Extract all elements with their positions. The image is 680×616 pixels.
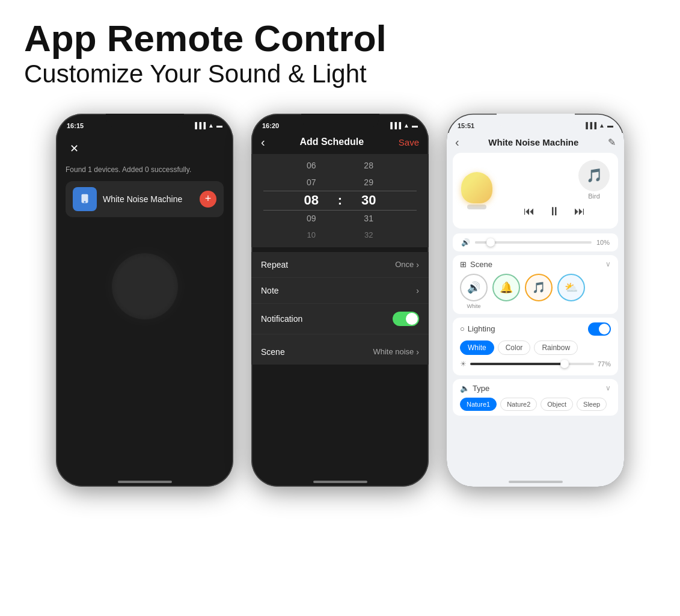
lighting-toggle-knob (599, 324, 610, 334)
battery-icon-3: ▬ (607, 122, 613, 129)
scene-3-circle: 🎵 (525, 274, 553, 301)
main-subtitle: Customize Your Sound & Light (24, 59, 656, 89)
prev-button[interactable]: ⏮ (521, 203, 538, 220)
min-33: 33 (345, 244, 393, 247)
selector-line-top (263, 191, 417, 191)
hour-10: 10 (287, 227, 335, 244)
found-text: Found 1 devices. Added 0 successfully. (66, 165, 224, 174)
brightness-icon: ☀ (460, 360, 467, 368)
min-31: 31 (345, 210, 393, 227)
repeat-value: Once › (395, 260, 419, 270)
scene-4[interactable]: ⛅ (557, 274, 585, 309)
close-button[interactable]: ✕ (66, 140, 82, 157)
time-divider: : (338, 192, 342, 208)
schedule-save-button[interactable]: Save (399, 137, 419, 147)
light-white-button[interactable]: White (460, 340, 494, 355)
wifi-icon-3: ▲ (599, 122, 605, 129)
wn-edit-button[interactable]: ✎ (608, 137, 616, 148)
volume-slider[interactable] (475, 241, 592, 244)
min-30: 30 (345, 191, 393, 210)
scene-white-circle: 🔊 (460, 274, 488, 301)
lighting-label-wrap: ○ Lighting (460, 324, 495, 333)
min-29: 29 (345, 174, 393, 191)
status-time-3: 15:51 (458, 122, 474, 129)
wn-header: ‹ White Noise Machine ✎ (447, 133, 624, 153)
schedule-content: ‹ Add Schedule Save 05 06 07 08 09 10 11… (251, 133, 429, 487)
device-row[interactable]: White Noise Machine + (66, 181, 224, 217)
hour-07: 07 (287, 174, 335, 191)
light-mode-buttons: White Color Rainbow (460, 340, 611, 355)
volume-thumb (486, 238, 495, 247)
type-header: 🔈 Type ∨ (460, 384, 611, 393)
brightness-fill (470, 363, 563, 365)
lamp-icon (461, 172, 492, 203)
lighting-circle-icon: ○ (460, 324, 465, 333)
scene-label: Scene (261, 347, 285, 357)
scene-section-title: ⊞ Scene (460, 260, 492, 269)
type-sleep[interactable]: Sleep (577, 398, 607, 411)
scene-section-chevron[interactable]: ∨ (605, 260, 611, 268)
schedule-title: Add Schedule (299, 137, 364, 147)
device-circle (112, 253, 178, 319)
time-picker[interactable]: 05 06 07 08 09 10 11 : 27 28 29 30 31 32… (251, 154, 429, 247)
brightness-row: ☀ 77% (460, 360, 611, 368)
schedule-back-button[interactable]: ‹ (261, 135, 265, 149)
sound-icon: 🎵 (578, 160, 610, 191)
scene-3[interactable]: 🎵 (525, 274, 553, 309)
type-nature2[interactable]: Nature2 (500, 398, 537, 411)
status-icons-3: ▐▐▐ ▲ ▬ (584, 122, 613, 129)
wn-content: ‹ White Noise Machine ✎ 🎵 Bird (447, 133, 624, 487)
note-label: Note (261, 286, 279, 295)
light-color-button[interactable]: Color (498, 340, 531, 355)
pause-button[interactable]: ⏸ (545, 202, 564, 221)
signal-icon: ▐▐▐ (193, 122, 206, 129)
device-list-content: ✕ Found 1 devices. Added 0 successfully.… (56, 133, 233, 327)
player-right: 🎵 Bird ⏮ ⏸ ⏭ (498, 160, 610, 221)
schedule-header: ‹ Add Schedule Save (251, 133, 429, 154)
type-nature1[interactable]: Nature1 (460, 398, 497, 411)
home-indicator-2 (313, 481, 367, 483)
playback-controls: ⏮ ⏸ ⏭ (498, 202, 610, 221)
notification-row[interactable]: Notification (251, 304, 429, 334)
type-object[interactable]: Object (541, 398, 573, 411)
home-indicator-3 (509, 481, 563, 483)
brightness-thumb (560, 360, 569, 368)
repeat-chevron: › (416, 260, 419, 270)
main-title: App Remote Control (24, 18, 656, 59)
note-row[interactable]: Note › (251, 278, 429, 304)
scene-row[interactable]: Scene White noise › (251, 339, 429, 365)
scene-2[interactable]: 🔔 (492, 274, 520, 309)
notch-3 (497, 114, 575, 128)
wn-player: 🎵 Bird ⏮ ⏸ ⏭ (453, 153, 618, 229)
scene-chevron: › (416, 347, 419, 357)
add-device-button[interactable]: + (200, 191, 216, 208)
battery-icon: ▬ (216, 122, 222, 129)
hour-column[interactable]: 05 06 07 08 09 10 11 (287, 154, 335, 247)
light-rainbow-button[interactable]: Rainbow (534, 340, 578, 355)
notch-2 (301, 114, 379, 128)
phone-white-noise: 15:51 ▐▐▐ ▲ ▬ ‹ White Noise Machine ✎ (447, 114, 624, 487)
status-icons-2: ▐▐▐ ▲ ▬ (388, 122, 418, 129)
wn-back-button[interactable]: ‹ (455, 135, 459, 149)
scene-section-header: ⊞ Scene ∨ (460, 260, 611, 269)
signal-icon-3: ▐▐▐ (584, 122, 596, 129)
notification-toggle[interactable] (393, 312, 419, 326)
scene-white-label: White (467, 303, 480, 309)
type-chevron[interactable]: ∨ (605, 384, 611, 392)
scene-white[interactable]: 🔊 White (460, 274, 488, 309)
lighting-label: Lighting (468, 324, 495, 333)
device-name: White Noise Machine (103, 194, 194, 204)
phone-device-list: 16:15 ▐▐▐ ▲ ▬ ✕ Found 1 devices. Added 0… (56, 114, 233, 487)
sound-label: Bird (588, 192, 600, 200)
lighting-toggle[interactable] (588, 322, 611, 336)
toggle-knob (406, 313, 418, 325)
wn-title: White Noise Machine (488, 137, 578, 147)
sound-icon-wrap: 🎵 Bird (578, 160, 610, 200)
minute-column[interactable]: 27 28 29 30 31 32 33 (345, 154, 393, 247)
device-icon (73, 187, 97, 211)
lamp-base (467, 205, 486, 209)
brightness-slider[interactable] (470, 363, 594, 365)
repeat-row[interactable]: Repeat Once › (251, 252, 429, 278)
next-button[interactable]: ⏭ (571, 203, 588, 220)
wifi-icon: ▲ (208, 122, 214, 129)
